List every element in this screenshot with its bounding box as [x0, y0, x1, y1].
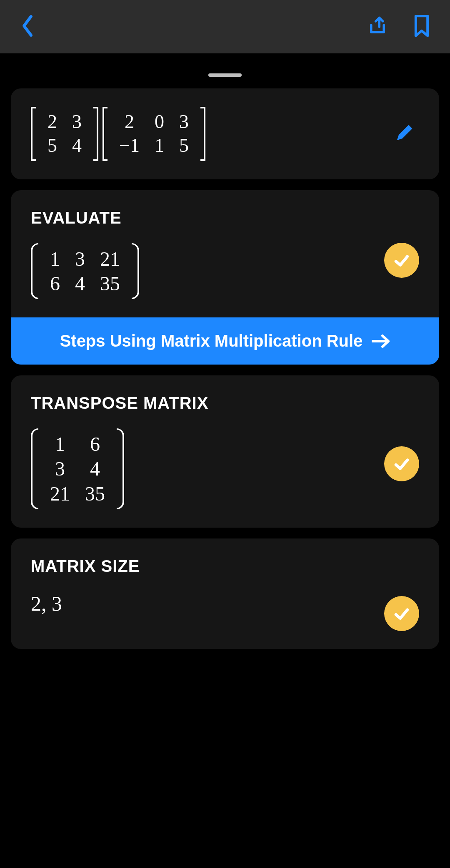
- results-sheet: 2354203−115 EVALUATE 13216435 Steps Usin…: [0, 62, 450, 677]
- bracket-right: [132, 243, 139, 299]
- matrix-cell: 21: [42, 481, 78, 506]
- transpose-result: 16342135: [31, 428, 419, 509]
- input-expression: 2354203−115: [31, 107, 419, 161]
- matrix-cell: 3: [68, 247, 92, 271]
- transpose-card: TRANSPOSE MATRIX 16342135: [11, 375, 439, 528]
- evaluate-check-badge[interactable]: [384, 243, 419, 278]
- matrix-cell: 2: [112, 110, 147, 134]
- arrow-right-icon: [372, 334, 390, 348]
- bracket-left: [31, 107, 36, 161]
- matrix-cell: 6: [42, 271, 68, 296]
- check-icon: [392, 454, 411, 473]
- bracket-left: [31, 428, 38, 509]
- matrix-cell: 3: [42, 456, 78, 481]
- matrix: 2354: [31, 107, 98, 161]
- check-icon: [392, 251, 411, 270]
- bracket-right: [200, 107, 205, 161]
- bracket-left: [102, 107, 108, 161]
- evaluate-card: EVALUATE 13216435 Steps Using Matrix Mul…: [11, 190, 439, 365]
- transpose-check-badge[interactable]: [384, 446, 419, 481]
- matrix-cell: 0: [147, 110, 172, 134]
- matrix-cell: 2: [40, 110, 65, 134]
- matrix-cell: 5: [172, 134, 196, 158]
- matrix-cell: 1: [147, 134, 172, 158]
- matrix-cell: 4: [65, 134, 89, 158]
- matrix-cell: 4: [68, 271, 92, 296]
- size-value: 2, 3: [31, 591, 419, 616]
- transpose-title: TRANSPOSE MATRIX: [31, 394, 419, 413]
- matrix-size-card: MATRIX SIZE 2, 3: [11, 538, 439, 649]
- bracket-left: [31, 243, 38, 299]
- input-expression-card: 2354203−115: [11, 88, 439, 179]
- matrix: 203−115: [102, 107, 205, 161]
- matrix-cell: 1: [42, 432, 78, 456]
- matrix-cell: 3: [65, 110, 89, 134]
- bracket-right: [117, 428, 124, 509]
- check-icon: [392, 604, 411, 623]
- matrix-cell: 3: [172, 110, 196, 134]
- size-title: MATRIX SIZE: [31, 557, 419, 576]
- matrix: 13216435: [31, 243, 139, 299]
- pencil-icon: [393, 122, 415, 144]
- top-bar: [0, 0, 450, 53]
- share-button[interactable]: [367, 15, 388, 38]
- size-check-badge[interactable]: [384, 596, 419, 631]
- matrix-cell: 35: [92, 271, 128, 296]
- evaluate-result: 13216435: [31, 243, 419, 299]
- edit-expression-button[interactable]: [393, 122, 415, 146]
- bookmark-button[interactable]: [413, 15, 430, 38]
- matrix-cell: 21: [92, 247, 128, 271]
- sheet-grab-handle[interactable]: [208, 73, 242, 77]
- matrix: 16342135: [31, 428, 124, 509]
- steps-label: Steps Using Matrix Multiplication Rule: [60, 332, 363, 350]
- evaluate-title: EVALUATE: [31, 209, 419, 227]
- matrix-cell: 6: [78, 432, 112, 456]
- matrix-cell: 35: [78, 481, 112, 506]
- bookmark-icon: [413, 15, 430, 37]
- matrix-cell: 4: [78, 456, 112, 481]
- chevron-left-icon: [20, 14, 35, 38]
- share-icon: [367, 15, 388, 37]
- steps-button[interactable]: Steps Using Matrix Multiplication Rule: [11, 317, 439, 365]
- back-button[interactable]: [20, 14, 35, 39]
- matrix-cell: 1: [42, 247, 68, 271]
- bracket-right: [93, 107, 98, 161]
- matrix-cell: −1: [112, 134, 147, 158]
- matrix-cell: 5: [40, 134, 65, 158]
